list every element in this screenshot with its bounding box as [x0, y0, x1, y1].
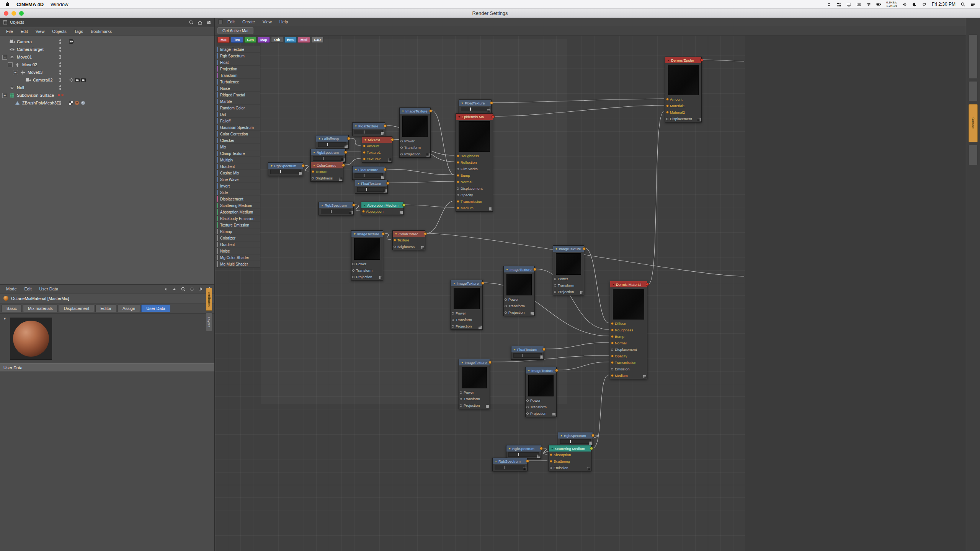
visibility-toggle-dots[interactable]	[59, 85, 61, 90]
editor-menu-create[interactable]: Create	[238, 20, 259, 24]
output-port[interactable]	[424, 232, 427, 235]
input-port[interactable]	[457, 155, 459, 157]
expander-icon[interactable]: −	[2, 93, 7, 98]
checker-tag-icon[interactable]	[69, 101, 73, 105]
collapse-triangle-icon[interactable]: ▼	[528, 369, 530, 372]
objects-menu-edit[interactable]: Edit	[17, 29, 32, 34]
input-port[interactable]	[363, 151, 366, 154]
input-port[interactable]	[611, 349, 613, 351]
resize-grip[interactable]	[487, 109, 490, 112]
attributes-menu-mode[interactable]: Mode	[2, 287, 21, 291]
palette-item-clamp-texture[interactable]: Clamp Texture	[216, 150, 260, 157]
node-floattexture-20[interactable]: ▼FloatTexture	[511, 346, 544, 360]
objects-menu-view[interactable]: View	[32, 29, 49, 34]
palette-item-sine-wave[interactable]: Sine Wave	[216, 176, 260, 183]
palette-item-ridged-fractal[interactable]: Ridged Fractal	[216, 92, 260, 98]
value-slider[interactable]	[270, 170, 301, 174]
input-port[interactable]	[363, 158, 366, 160]
collapse-triangle-icon[interactable]: ▼	[461, 361, 464, 364]
network-speed[interactable]: 0.9KB/s1.2KB/s	[886, 1, 897, 8]
input-port[interactable]	[457, 181, 459, 183]
disabled-toggle-icon[interactable]: ××	[57, 93, 65, 97]
input-port[interactable]	[666, 118, 668, 120]
palette-item-displacement[interactable]: Displacement	[216, 196, 260, 202]
collapse-triangle-icon[interactable]: ▼	[363, 204, 366, 207]
palette-item-dirt[interactable]: Dirt	[216, 111, 260, 118]
output-port[interactable]	[386, 182, 389, 185]
input-port[interactable]	[611, 368, 613, 370]
palette-item-rgb-spectrum[interactable]: Rgb Spectrum	[216, 53, 260, 59]
node-rgbspectrum-11[interactable]: ▼RgbSpectrum	[318, 202, 354, 215]
palette-item-mg-multi-shader[interactable]: Mg Multi Shader	[216, 261, 260, 267]
collapse-triangle-icon[interactable]: ▼	[506, 268, 508, 271]
palette-item-side[interactable]: Side	[216, 189, 260, 196]
resize-grip[interactable]	[350, 211, 353, 214]
input-port[interactable]	[352, 269, 354, 272]
input-port[interactable]	[400, 147, 403, 149]
visibility-toggle-dots[interactable]	[59, 55, 61, 59]
palette-item-color-correction[interactable]: Color Correction	[216, 131, 260, 137]
input-port[interactable]	[394, 239, 396, 241]
get-active-material-button[interactable]: Get Active Mat	[217, 27, 253, 34]
resize-grip[interactable]	[379, 276, 382, 279]
filter-chip-tex[interactable]: Tex	[231, 37, 243, 43]
resize-grip[interactable]	[381, 132, 384, 135]
resize-grip[interactable]	[400, 211, 403, 214]
input-port[interactable]	[554, 291, 556, 293]
collapse-triangle-icon[interactable]: ▼	[357, 182, 360, 185]
input-port[interactable]	[452, 319, 454, 321]
filter-chip-c4d[interactable]: C4D	[311, 37, 323, 43]
node-imagetexture-22[interactable]: ▼ImageTexturePowerTransformProjection	[525, 367, 557, 417]
resize-grip[interactable]	[587, 467, 590, 470]
resize-grip[interactable]	[489, 207, 492, 210]
collapse-triangle-icon[interactable]: ▼	[395, 233, 397, 235]
palette-item-absorption-medium[interactable]: Absorption Medium	[216, 209, 260, 215]
node-rgbspectrum-3[interactable]: ▼RgbSpectrum	[310, 149, 346, 163]
tab-editor[interactable]: Editor	[95, 305, 116, 312]
dock-tab-1[interactable]	[969, 81, 978, 102]
resize-grip[interactable]	[421, 246, 424, 249]
output-port[interactable]	[347, 137, 350, 140]
collapse-triangle-icon[interactable]: ▼	[508, 447, 511, 450]
resize-grip[interactable]	[341, 158, 345, 161]
collapse-triangle-icon[interactable]: ▼	[354, 168, 357, 171]
input-port[interactable]	[457, 161, 459, 164]
collapse-triangle-icon[interactable]: ▼	[313, 151, 315, 154]
collapse-triangle-icon[interactable]: ▼	[667, 59, 670, 62]
crosshair-tag-icon[interactable]	[69, 78, 74, 82]
filter-chip-gen[interactable]: Gen	[244, 37, 256, 43]
output-port[interactable]	[391, 138, 394, 141]
collapse-triangle-icon[interactable]: ▼	[453, 282, 456, 285]
display-icon[interactable]	[846, 2, 851, 7]
input-port[interactable]	[554, 284, 556, 287]
node-rgbspectrum-24[interactable]: ▼RgbSpectrum	[506, 445, 541, 459]
tree-row-move02[interactable]: −Move02	[0, 61, 214, 68]
value-slider[interactable]	[313, 156, 343, 161]
node-imagetexture-8[interactable]: ▼ImageTexturePowerTransformProjection	[399, 108, 431, 158]
input-port[interactable]	[312, 177, 314, 179]
value-slider[interactable]	[354, 173, 383, 178]
node-epidermis-ma-10[interactable]: ▼Epidermis MaRoughnessReflectionFilm Wid…	[456, 113, 493, 212]
output-port[interactable]	[583, 247, 586, 250]
app-menu[interactable]: CINEMA 4D	[16, 2, 44, 7]
editor-menu-help[interactable]: Help	[276, 20, 292, 24]
collapse-triangle-icon[interactable]: ▼	[551, 447, 554, 450]
list-icon[interactable]	[970, 2, 975, 7]
collapse-triangle-icon[interactable]: ▼	[364, 139, 367, 141]
input-port[interactable]	[452, 312, 454, 315]
value-slider[interactable]	[513, 353, 542, 358]
material-preview[interactable]	[10, 318, 52, 360]
input-port[interactable]	[362, 210, 365, 213]
input-port[interactable]	[611, 342, 614, 344]
input-port[interactable]	[452, 325, 454, 328]
expander-icon[interactable]: −	[13, 70, 18, 75]
resize-grip[interactable]	[580, 291, 583, 294]
node-floattexture-7[interactable]: ▼FloatTexture	[355, 180, 388, 194]
tree-row-camera[interactable]: Camera	[0, 38, 214, 46]
minimize-button[interactable]	[11, 11, 16, 16]
palette-item-gradient[interactable]: Gradient	[216, 241, 260, 248]
output-port[interactable]	[555, 369, 558, 372]
input-port[interactable]	[457, 194, 459, 196]
palette-item-colorizer[interactable]: Colorizer	[216, 235, 260, 241]
palette-item-bitmap[interactable]: Bitmap	[216, 228, 260, 235]
